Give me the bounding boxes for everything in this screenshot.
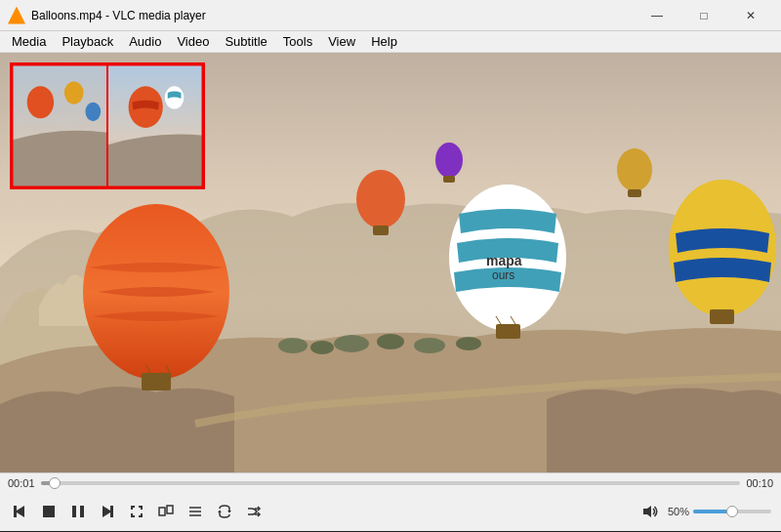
volume-label: 50% — [668, 506, 689, 517]
svg-point-27 — [27, 86, 54, 118]
playlist-icon — [187, 504, 203, 519]
volume-button[interactable] — [637, 498, 664, 525]
svg-rect-22 — [628, 189, 641, 197]
svg-point-28 — [64, 81, 84, 103]
next-button[interactable] — [94, 498, 121, 525]
menu-audio[interactable]: Audio — [121, 31, 169, 52]
svg-rect-40 — [167, 506, 173, 513]
time-current: 00:01 — [8, 477, 35, 489]
video-area[interactable]: mapa ours — [0, 53, 781, 472]
svg-rect-37 — [80, 506, 84, 517]
svg-rect-14 — [496, 324, 520, 339]
svg-marker-44 — [227, 511, 231, 512]
svg-rect-18 — [710, 309, 734, 324]
svg-rect-39 — [159, 508, 165, 515]
preview-svg — [12, 64, 203, 187]
svg-rect-8 — [142, 373, 171, 390]
volume-area: 50% — [637, 498, 771, 525]
fullscreen-button[interactable] — [123, 498, 150, 525]
loop-icon — [217, 504, 232, 519]
volume-handle[interactable] — [726, 506, 738, 517]
extended-button[interactable] — [152, 498, 180, 525]
title-bar: Balloons.mp4 - VLC media player — □ ✕ — [0, 0, 781, 31]
svg-point-29 — [85, 102, 101, 121]
svg-point-6 — [456, 337, 481, 350]
close-button[interactable]: ✕ — [728, 0, 773, 31]
shuffle-button[interactable] — [240, 498, 267, 525]
next-icon — [100, 504, 115, 519]
buttons-row: 50% — [0, 493, 781, 530]
play-pause-icon — [70, 504, 86, 519]
svg-point-5 — [414, 338, 445, 353]
svg-point-21 — [617, 148, 652, 191]
window-controls: — □ ✕ — [635, 0, 773, 31]
svg-point-3 — [334, 335, 369, 352]
prev-icon — [12, 504, 27, 519]
svg-rect-20 — [373, 225, 389, 235]
time-total: 00:10 — [746, 477, 773, 489]
svg-marker-46 — [643, 506, 651, 517]
svg-rect-35 — [43, 506, 55, 517]
svg-text:ours: ours — [492, 268, 514, 282]
shuffle-icon — [246, 504, 262, 519]
progress-row: 00:01 00:10 — [0, 473, 781, 493]
volume-track[interactable] — [693, 510, 771, 513]
menu-view[interactable]: View — [320, 31, 363, 52]
menu-video[interactable]: Video — [169, 31, 217, 52]
svg-point-1 — [278, 338, 308, 353]
menu-bar: Media Playback Audio Video Subtitle Tool… — [0, 31, 781, 53]
preview-thumbnail — [10, 62, 205, 189]
vlc-icon — [8, 7, 25, 24]
play-pause-button[interactable] — [64, 498, 92, 525]
menu-subtitle[interactable]: Subtitle — [217, 31, 274, 52]
svg-marker-34 — [14, 506, 24, 517]
progress-track[interactable] — [41, 481, 741, 485]
minimize-button[interactable]: — — [635, 0, 679, 31]
svg-point-2 — [310, 341, 334, 354]
stop-icon — [42, 505, 56, 518]
volume-icon — [641, 504, 659, 519]
menu-playback[interactable]: Playback — [54, 31, 121, 52]
svg-point-4 — [377, 334, 404, 349]
stop-button[interactable] — [35, 498, 62, 525]
loop-button[interactable] — [211, 498, 238, 525]
maximize-button[interactable]: □ — [681, 0, 726, 31]
svg-rect-24 — [443, 176, 455, 183]
svg-text:mapa: mapa — [486, 253, 522, 268]
menu-media[interactable]: Media — [4, 31, 54, 52]
window-title: Balloons.mp4 - VLC media player — [31, 9, 635, 22]
prev-button[interactable] — [6, 498, 33, 525]
progress-handle[interactable] — [49, 477, 61, 489]
svg-rect-36 — [72, 506, 76, 517]
playlist-button[interactable] — [182, 498, 209, 525]
menu-tools[interactable]: Tools — [275, 31, 320, 52]
extended-icon — [158, 504, 174, 519]
fullscreen-icon — [129, 504, 144, 519]
svg-marker-45 — [218, 511, 222, 512]
svg-point-23 — [435, 143, 463, 178]
preview-inner — [12, 64, 203, 187]
menu-help[interactable]: Help — [363, 31, 405, 52]
svg-marker-38 — [103, 506, 113, 517]
controls-bar: 00:01 00:10 — [0, 472, 781, 531]
svg-point-19 — [356, 170, 405, 228]
